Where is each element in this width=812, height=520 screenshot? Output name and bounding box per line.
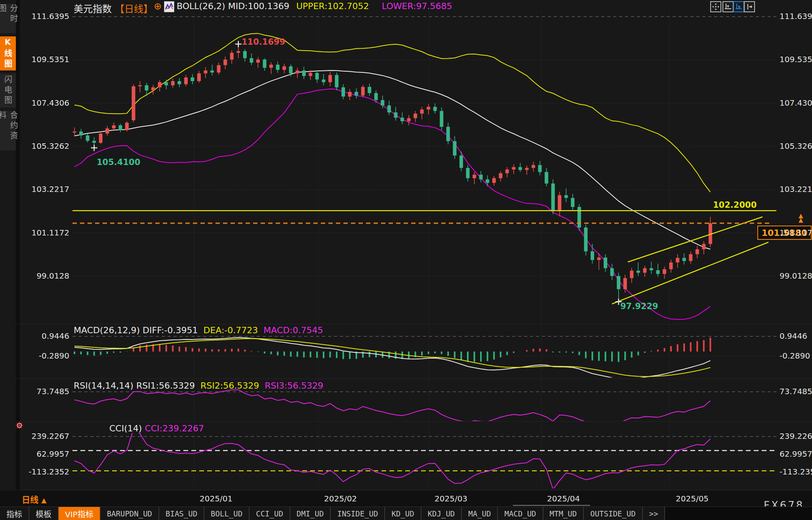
price-axis-label-right: 105.3262 xyxy=(780,142,812,150)
indicator-tabbar: 指标模板VIP指标BARUPDN_UDBIAS_UDBOLL_UDCCI_UDD… xyxy=(0,507,812,520)
cci-axis-label-left: 239.2267 xyxy=(19,432,69,440)
axis-play-icon[interactable] xyxy=(733,1,744,12)
rsi3-value: RSI3:56.5329 xyxy=(265,381,323,391)
axis-shift-icon[interactable] xyxy=(744,1,755,12)
tab-biasud[interactable]: BIAS_UD xyxy=(159,507,204,520)
alert-dot-icon[interactable] xyxy=(15,421,24,430)
tab-insideud[interactable]: INSIDE_UD xyxy=(331,507,385,520)
cci-axis-label-right: 239.2267 xyxy=(780,432,812,440)
tab-macdud[interactable]: MACD_UD xyxy=(498,507,543,520)
month-label: 2025/01 xyxy=(200,494,233,503)
apr-low-label: 97.9229 xyxy=(620,302,658,311)
price-axis-label-left: 101.1172 xyxy=(19,229,69,237)
tab-maud[interactable]: MA_UD xyxy=(462,507,498,520)
tab-outsideud[interactable]: OUTSIDE_UD xyxy=(584,507,642,520)
rsi-axis-label-left: 73.7485 xyxy=(19,387,69,395)
rsi2-value: RSI2:56.5329 xyxy=(200,381,259,391)
price-axis-label-left: 107.4306 xyxy=(19,99,69,107)
h-scrollbar[interactable] xyxy=(513,505,590,506)
macd-axis-label-left: -0.2890 xyxy=(19,352,69,360)
cci-axis-label-right: -113.2352 xyxy=(780,468,812,476)
macd-name: MACD(26,12,9) xyxy=(74,325,140,335)
boll-lower-value: LOWER:97.5685 xyxy=(382,1,452,11)
macd-axis-label-right: -0.2890 xyxy=(780,352,810,360)
price-axis-label-left: 103.2217 xyxy=(19,185,69,193)
rsi-panel-title: RSI(14,14,14) RSI1:56.5329 RSI2:56.5329 … xyxy=(74,381,323,391)
tab-vip指标[interactable]: VIP指标 xyxy=(59,507,101,520)
price-axis-label-right: 101.1172 xyxy=(780,229,812,237)
cci-axis-label-left: 62.9957 xyxy=(19,450,69,458)
macd-value: MACD:0.7545 xyxy=(263,325,323,335)
month-label: 2025/05 xyxy=(676,494,709,503)
tab-barupdnud[interactable]: BARUPDN_UD xyxy=(101,507,159,520)
tab-kdjud[interactable]: KDJ_UD xyxy=(421,507,462,520)
price-axis-label-right: 111.6395 xyxy=(780,12,812,20)
tab-模板[interactable]: 模板 xyxy=(29,507,59,520)
boll-label: BOLL(26,2) MID:100.1369 xyxy=(177,1,289,11)
symbol-title: 美元指数 xyxy=(74,1,112,15)
period-up-arrow-icon: ▲ xyxy=(41,496,46,504)
cci-panel-title: CCI(14) CCI:239.2267 xyxy=(109,423,204,433)
macd-diff: DIFF:-0.3951 xyxy=(143,325,198,335)
macd-dea: DEA:-0.7723 xyxy=(203,325,258,335)
last-price-arrow-icon: ▲▲ xyxy=(799,214,803,222)
rsi-axis-label-right: 73.7485 xyxy=(780,387,812,395)
boll-mid-value: MID:100.1369 xyxy=(228,1,290,11)
cci-name: CCI(14) xyxy=(109,423,142,433)
tab-[interactable]: >> xyxy=(643,507,665,520)
rsi1-value: RSI1:56.5329 xyxy=(136,381,195,391)
tab-指标[interactable]: 指标 xyxy=(0,507,29,520)
macd-axis-label-left: 0.9446 xyxy=(19,332,69,340)
price-axis-label-left: 111.6395 xyxy=(19,12,69,20)
dec-low-label: 105.4100 xyxy=(97,158,140,167)
price-axis-label-left: 105.3262 xyxy=(19,142,69,150)
month-label: 2025/04 xyxy=(547,494,580,503)
tab-mtmud[interactable]: MTM_UD xyxy=(543,507,584,520)
price-axis-label-right: 103.2217 xyxy=(780,185,812,193)
chart-style-icon[interactable] xyxy=(164,1,174,12)
price-axis-label-right: 107.4306 xyxy=(780,99,812,107)
macd-axis-label-right: 0.9446 xyxy=(780,332,807,340)
tab-dmiud[interactable]: DMI_UD xyxy=(290,507,331,520)
tab-cciud[interactable]: CCI_UD xyxy=(250,507,290,520)
tab-kdud[interactable]: KD_UD xyxy=(385,507,421,520)
tab-bollud[interactable]: BOLL_UD xyxy=(204,507,250,520)
boll-upper-value: UPPER:102.7052 xyxy=(296,1,369,11)
price-axis-label-left: 109.5351 xyxy=(19,55,69,63)
macd-panel-title: MACD(26,12,9) DIFF:-0.3951 DEA:-0.7723 M… xyxy=(74,325,323,335)
period-tag[interactable]: 【日线】 xyxy=(115,1,153,15)
cci-value: CCI:239.2267 xyxy=(145,423,204,433)
price-axis-label-right: 109.5351 xyxy=(780,55,812,63)
add-indicator-icon[interactable]: ⊕ xyxy=(154,1,162,12)
period-selector[interactable]: 日线 ▲ xyxy=(22,493,46,505)
period-selector-label: 日线 xyxy=(22,495,38,505)
axis-fit-icon[interactable] xyxy=(722,1,734,12)
high-price-label: 110.1699 xyxy=(242,37,285,47)
month-label: 2025/02 xyxy=(324,494,357,503)
cci-axis-label-right: 62.9957 xyxy=(780,450,812,458)
cci-axis-label-left: -113.2352 xyxy=(19,468,69,476)
month-label: 2025/03 xyxy=(435,494,467,503)
support-line-label: 102.2000 xyxy=(713,200,757,210)
pan-crosshair-icon[interactable] xyxy=(710,1,721,12)
rsi-name: RSI(14,14,14) xyxy=(74,381,133,391)
price-axis-label-left: 99.0128 xyxy=(19,272,69,280)
price-axis-label-right: 99.0128 xyxy=(780,272,812,280)
trading-app: { "header": { "symbol": "美元指数", "period"… xyxy=(0,0,812,520)
